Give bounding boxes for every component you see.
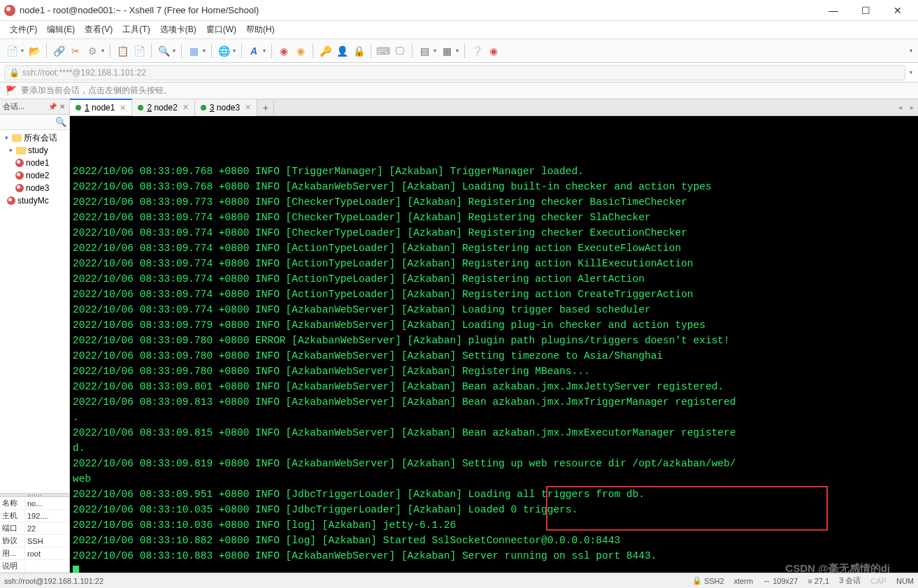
tab-close-icon[interactable]: ✕ [182,103,189,112]
dropdown-icon[interactable]: ▾ [171,48,177,54]
collapse-icon[interactable]: ▾ [7,147,14,154]
tree-session-node1[interactable]: node1 [0,157,69,169]
tile-icon[interactable]: ▤ [417,43,432,59]
terminal-line: 2022/10/06 08:33:09.801 +0800 INFO [Azka… [73,379,915,394]
tree-session-node2[interactable]: node2 [0,169,69,182]
tab-close-icon[interactable]: ✕ [120,103,126,113]
tab-node2[interactable]: 2 node2 ✕ [132,99,194,116]
tab-node1[interactable]: 1 node1 ✕ [70,99,132,115]
menu-help[interactable]: 帮助(H) [242,22,279,38]
tab-label: node2 [154,103,177,113]
address-text: ssh://root:****@192.168.1.101:22 [22,68,146,78]
prop-name-value: no... [25,499,69,508]
status-bar: ssh://root@192.168.1.101:22 🔒SSH2 xterm … [0,573,918,588]
tab-node3[interactable]: 3 node3 ✕ [195,99,257,116]
panel-search[interactable]: 🔍 [0,115,69,130]
toolbar: 📄▾ 📂 🔗 ✂ ⚙▾ 📋 📄 🔍▾ ▦▾ 🌐▾ A▾ ◉ ◉ 🔑 👤 🔒 ⌨ … [0,39,918,63]
terminal-line: 2022/10/06 08:33:09.779 +0800 INFO [Azka… [73,317,915,333]
copy-icon[interactable]: 📋 [115,43,130,59]
tab-add-button[interactable]: + [257,100,274,115]
open-folder-icon[interactable]: 📂 [27,43,42,59]
prop-user-label: 用... [0,548,25,559]
dropdown-icon[interactable]: ▾ [231,48,237,54]
menu-file[interactable]: 文件(F) [6,22,41,38]
paste-icon[interactable]: 📄 [131,43,147,59]
screen-icon[interactable]: 🖵 [392,43,408,59]
terminal-line: 2022/10/06 08:33:09.815 +0800 INFO [Azka… [73,425,915,440]
maximize-button[interactable]: ☐ [849,1,882,20]
tree-folder-study[interactable]: ▾ study [0,144,69,157]
collapse-icon[interactable]: ▾ [3,134,10,141]
tree-label: study [28,145,48,155]
lock-icon: 🔒 [9,68,20,78]
cascade-icon[interactable]: ▦ [439,43,454,59]
terminal-line: 2022/10/06 08:33:09.774 +0800 INFO [Acti… [73,271,915,287]
lock-icon[interactable]: 🔒 [351,43,366,59]
tab-label: node1 [92,103,115,113]
terminal-line: 2022/10/06 08:33:09.780 +0800 INFO [Azka… [73,364,915,379]
font-icon[interactable]: A [246,43,261,59]
xshell-icon[interactable]: ◉ [276,43,292,59]
address-input[interactable]: 🔒 ssh://root:****@192.168.1.101:22 [4,65,905,80]
prop-desc-label: 说明 [0,561,25,571]
help-icon[interactable]: ❔ [469,43,485,59]
dropdown-icon[interactable]: ▾ [454,48,460,54]
tree-label: node2 [26,171,49,180]
status-term: xterm [734,577,754,585]
about-icon[interactable]: ◉ [486,43,501,59]
tab-close-icon[interactable]: ✕ [245,103,251,112]
prop-port-value: 22 [25,524,69,533]
tab-number: 1 [85,103,89,113]
splitter[interactable] [0,493,69,497]
tab-bar: 1 node1 ✕ 2 node2 ✕ 3 node3 ✕ + ◂ ▸ [70,99,918,116]
prop-proto-value: SSH [25,537,69,545]
reconnect-icon[interactable]: 🔗 [51,43,66,59]
session-icon [7,196,15,205]
tab-nav-prev-icon[interactable]: ◂ [894,103,906,111]
menu-window[interactable]: 窗口(W) [202,22,241,38]
disconnect-icon[interactable]: ✂ [68,43,83,59]
close-button[interactable]: ✕ [882,1,914,20]
prop-port-label: 端口 [0,523,25,533]
terminal[interactable]: 2022/10/06 08:33:09.768 +0800 INFO [Trig… [70,116,918,573]
address-dropdown-icon[interactable]: ▾ [908,69,914,76]
terminal-line: 2022/10/06 08:33:09.773 +0800 INFO [Chec… [73,194,915,210]
minimize-button[interactable]: — [817,1,849,20]
tree-session-node3[interactable]: node3 [0,182,69,194]
dropdown-icon[interactable]: ▾ [201,48,207,54]
tab-nav-next-icon[interactable]: ▸ [906,103,918,111]
properties-icon[interactable]: ⚙ [85,43,100,59]
key-icon[interactable]: 🔑 [317,43,333,59]
toolbar-overflow-icon[interactable]: ▾ [908,48,914,54]
dropdown-icon[interactable]: ▾ [20,48,25,54]
new-session-icon[interactable]: 📄 [4,43,20,59]
dropdown-icon[interactable]: ▾ [100,48,106,54]
terminal-line: 2022/10/06 08:33:09.819 +0800 INFO [Azka… [73,456,915,471]
menu-edit[interactable]: 编辑(E) [43,22,79,38]
search-icon[interactable]: 🔍 [156,43,171,59]
xftp-icon[interactable]: ◉ [293,43,308,59]
panel-title: 会话... [3,101,24,112]
hint-bar: 🚩 要添加当前会话，点击左侧的箭头按钮。 [0,83,918,99]
user-icon[interactable]: 👤 [334,43,350,59]
terminal-line: 2022/10/06 08:33:09.774 +0800 INFO [Acti… [73,256,915,271]
terminal-line: d. [73,440,915,456]
menu-view[interactable]: 查看(V) [80,22,117,38]
terminal-line: 2022/10/06 08:33:09.774 +0800 INFO [Chec… [73,225,915,241]
globe-icon[interactable]: 🌐 [216,43,231,59]
panel-close-icon[interactable]: ✕ [59,103,65,110]
dropdown-icon[interactable]: ▾ [432,48,438,54]
terminal-line: 2022/10/06 08:33:09.774 +0800 INFO [Chec… [73,210,915,225]
menu-tabs[interactable]: 选项卡(B) [156,22,201,38]
cursor-icon: ≡ [808,577,812,585]
menu-tools[interactable]: 工具(T) [118,22,154,38]
tree-session-studymc[interactable]: studyMc [0,194,69,207]
keyboard-icon[interactable]: ⌨ [375,43,391,59]
dropdown-icon[interactable]: ▾ [261,48,267,54]
layout-icon[interactable]: ▦ [186,43,201,59]
status-dot-icon [201,105,206,110]
tree-root[interactable]: ▾ 所有会话 [0,131,69,144]
pin-icon[interactable]: 📌 [48,103,57,110]
tree-label: 所有会话 [24,132,57,144]
prop-host-value: 192.... [25,512,69,520]
